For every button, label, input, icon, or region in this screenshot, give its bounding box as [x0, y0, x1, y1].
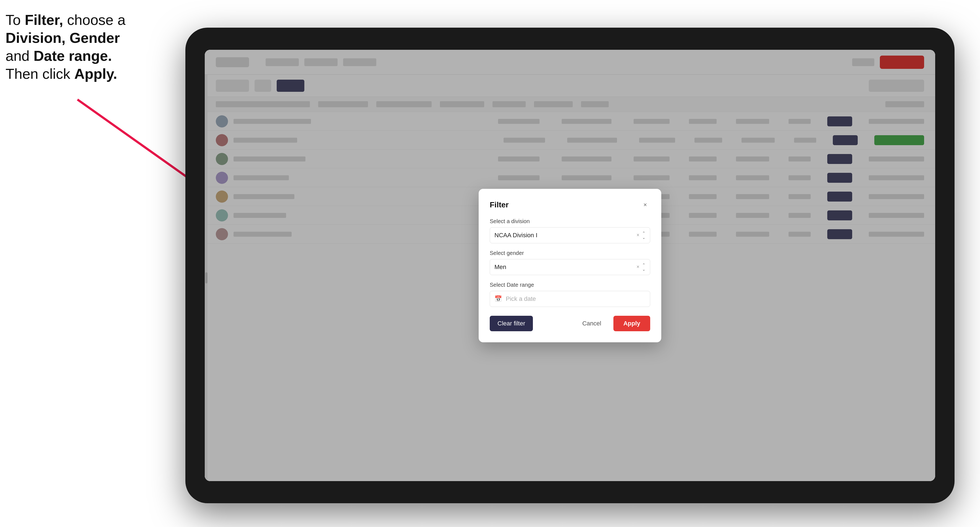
gender-label: Select gender	[490, 250, 650, 256]
division-label: Select a division	[490, 218, 650, 224]
date-range-field: Select Date range 📅 Pick a date	[490, 282, 650, 307]
gender-clear-icon[interactable]: ×	[636, 264, 640, 270]
modal-close-button[interactable]: ×	[640, 200, 650, 210]
date-range-label: Select Date range	[490, 282, 650, 288]
modal-title: Filter	[490, 200, 509, 209]
division-clear-icon[interactable]: ×	[636, 232, 640, 238]
instruction-line3: and Date range.	[6, 48, 112, 64]
gender-field: Select gender Men × ⌃⌄	[490, 250, 650, 275]
filter-modal: Filter × Select a division NCAA Division…	[479, 189, 661, 342]
division-select-controls: × ⌃⌄	[636, 231, 646, 240]
modal-footer: Clear filter Cancel Apply	[490, 316, 650, 331]
footer-right-buttons: Cancel Apply	[574, 316, 650, 331]
instruction-bold2: Division, Gender	[6, 30, 120, 46]
modal-header: Filter ×	[490, 200, 650, 210]
division-chevron-icon: ⌃⌄	[642, 231, 646, 240]
gender-select[interactable]: Men × ⌃⌄	[490, 259, 650, 275]
tablet-frame: Filter × Select a division NCAA Division…	[185, 28, 955, 503]
gender-selected-value: Men	[495, 264, 506, 271]
date-range-input[interactable]: 📅 Pick a date	[490, 291, 650, 307]
division-selected-value: NCAA Division I	[495, 232, 537, 239]
calendar-icon: 📅	[495, 295, 502, 303]
clear-filter-button[interactable]: Clear filter	[490, 316, 533, 331]
instruction-line4: Then click Apply.	[6, 66, 117, 82]
gender-select-controls: × ⌃⌄	[636, 263, 646, 271]
apply-button[interactable]: Apply	[613, 316, 650, 331]
division-select[interactable]: NCAA Division I × ⌃⌄	[490, 227, 650, 243]
division-field: Select a division NCAA Division I × ⌃⌄	[490, 218, 650, 243]
date-placeholder-text: Pick a date	[506, 295, 536, 303]
gender-chevron-icon: ⌃⌄	[642, 263, 646, 271]
instruction-line1: To Filter, choose a	[6, 12, 126, 28]
tablet-screen: Filter × Select a division NCAA Division…	[205, 50, 935, 481]
modal-overlay: Filter × Select a division NCAA Division…	[205, 50, 935, 481]
cancel-button[interactable]: Cancel	[574, 316, 609, 331]
instruction-text: To Filter, choose a Division, Gender and…	[6, 11, 166, 83]
